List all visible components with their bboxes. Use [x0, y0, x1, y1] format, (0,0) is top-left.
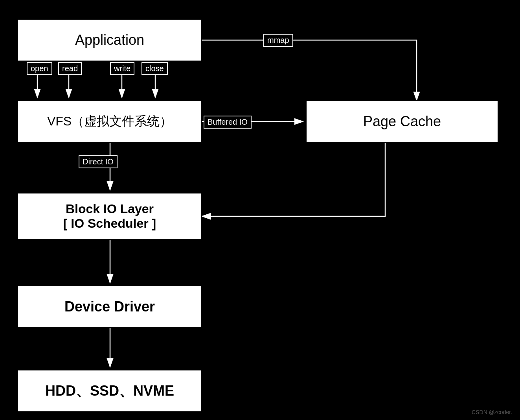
open-label: open — [27, 62, 52, 75]
write-label: write — [110, 62, 134, 75]
page-cache-label: Page Cache — [363, 113, 441, 130]
mmap-label: mmap — [263, 34, 293, 47]
hdd-box: HDD、SSD、NVME — [17, 370, 202, 412]
watermark: CSDN @zcoder. — [472, 409, 512, 415]
block-io-line1: Block IO Layer — [66, 202, 154, 216]
vfs-label: VFS（虚拟文件系统） — [47, 113, 172, 130]
diagram-container: Application VFS（虚拟文件系统） Block IO Layer [… — [0, 0, 520, 420]
read-label: read — [58, 62, 82, 75]
close-label: close — [141, 62, 168, 75]
device-driver-box: Device Driver — [17, 286, 202, 328]
application-label: Application — [75, 32, 144, 48]
device-driver-label: Device Driver — [64, 298, 155, 315]
block-io-box: Block IO Layer [ IO Scheduler ] — [17, 193, 202, 240]
block-io-line2: [ IO Scheduler ] — [63, 216, 156, 231]
page-cache-box: Page Cache — [306, 100, 498, 143]
buffered-io-label: Buffered IO — [204, 116, 252, 129]
direct-io-label: Direct IO — [79, 155, 118, 168]
vfs-box: VFS（虚拟文件系统） — [17, 100, 202, 143]
hdd-label: HDD、SSD、NVME — [45, 381, 174, 401]
application-box: Application — [17, 19, 202, 61]
